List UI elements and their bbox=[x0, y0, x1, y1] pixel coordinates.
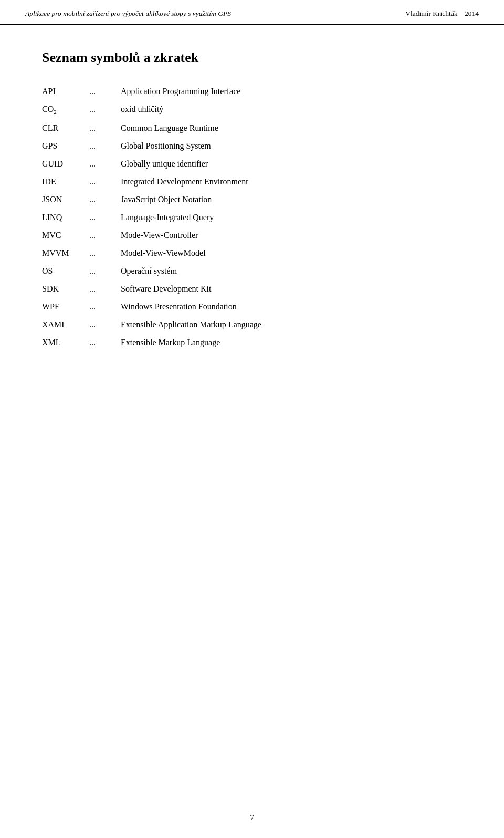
abbr-term: MVC bbox=[42, 226, 89, 244]
abbr-dots: ... bbox=[89, 119, 121, 137]
abbr-definition: Model-View-ViewModel bbox=[121, 244, 462, 262]
abbr-dots: ... bbox=[89, 226, 121, 244]
abbreviation-row: API...Application Programming Interface bbox=[42, 82, 462, 100]
abbr-term: MVVM bbox=[42, 244, 89, 262]
abbr-dots: ... bbox=[89, 209, 121, 226]
abbr-definition: Extensible Markup Language bbox=[121, 334, 462, 351]
abbr-definition: Windows Presentation Foundation bbox=[121, 298, 462, 316]
abbr-term: GUID bbox=[42, 155, 89, 173]
abbreviation-row: JSON...JavaScript Object Notation bbox=[42, 191, 462, 209]
abbr-definition: oxid uhličitý bbox=[121, 100, 462, 119]
abbreviation-row: LINQ...Language-Integrated Query bbox=[42, 209, 462, 226]
abbreviation-row: WPF...Windows Presentation Foundation bbox=[42, 298, 462, 316]
abbr-definition: Operační systém bbox=[121, 262, 462, 280]
abbr-term: CLR bbox=[42, 119, 89, 137]
abbreviation-row: SDK...Software Development Kit bbox=[42, 280, 462, 298]
abbr-dots: ... bbox=[89, 244, 121, 262]
abbr-definition: Mode-View-Controller bbox=[121, 226, 462, 244]
abbr-dots: ... bbox=[89, 173, 121, 191]
abbr-dots: ... bbox=[89, 298, 121, 316]
abbreviation-row: MVVM...Model-View-ViewModel bbox=[42, 244, 462, 262]
page-header: Aplikace pro mobilní zařízení pro výpoče… bbox=[0, 0, 504, 25]
abbreviation-table: API...Application Programming InterfaceC… bbox=[42, 82, 462, 351]
page-footer: 7 bbox=[0, 813, 504, 822]
abbr-definition: Language-Integrated Query bbox=[121, 209, 462, 226]
abbreviation-row: GUID...Globally unique identifier bbox=[42, 155, 462, 173]
header-year: 2014 bbox=[465, 9, 479, 17]
abbreviation-row: CLR...Common Language Runtime bbox=[42, 119, 462, 137]
abbreviation-row: XAML...Extensible Application Markup Lan… bbox=[42, 316, 462, 334]
abbr-term: SDK bbox=[42, 280, 89, 298]
section-title: Seznam symbolů a zkratek bbox=[42, 50, 462, 66]
header-author: Vladimír Krichták bbox=[405, 9, 457, 17]
abbr-dots: ... bbox=[89, 137, 121, 155]
abbr-term: WPF bbox=[42, 298, 89, 316]
abbreviation-row: GPS...Global Positioning System bbox=[42, 137, 462, 155]
abbreviation-row: OS...Operační systém bbox=[42, 262, 462, 280]
abbr-definition: Extensible Application Markup Language bbox=[121, 316, 462, 334]
abbr-term: XML bbox=[42, 334, 89, 351]
abbr-term: GPS bbox=[42, 137, 89, 155]
page-content: Seznam symbolů a zkratek API...Applicati… bbox=[0, 25, 504, 383]
abbr-term: OS bbox=[42, 262, 89, 280]
abbr-term: IDE bbox=[42, 173, 89, 191]
abbr-definition: Software Development Kit bbox=[121, 280, 462, 298]
abbreviation-row: CO2...oxid uhličitý bbox=[42, 100, 462, 119]
abbr-dots: ... bbox=[89, 334, 121, 351]
abbr-dots: ... bbox=[89, 191, 121, 209]
page-number: 7 bbox=[250, 813, 254, 822]
abbreviation-row: IDE...Integrated Development Environment bbox=[42, 173, 462, 191]
abbr-dots: ... bbox=[89, 82, 121, 100]
abbr-dots: ... bbox=[89, 100, 121, 119]
abbr-dots: ... bbox=[89, 316, 121, 334]
abbr-term: LINQ bbox=[42, 209, 89, 226]
abbr-term: JSON bbox=[42, 191, 89, 209]
header-title: Aplikace pro mobilní zařízení pro výpoče… bbox=[25, 9, 231, 18]
abbr-definition: Globally unique identifier bbox=[121, 155, 462, 173]
abbr-definition: Integrated Development Environment bbox=[121, 173, 462, 191]
abbr-term: API bbox=[42, 82, 89, 100]
header-author-year: Vladimír Krichták 2014 bbox=[405, 9, 479, 18]
abbreviation-row: XML...Extensible Markup Language bbox=[42, 334, 462, 351]
abbr-term: XAML bbox=[42, 316, 89, 334]
abbr-dots: ... bbox=[89, 155, 121, 173]
abbr-dots: ... bbox=[89, 280, 121, 298]
abbr-definition: Application Programming Interface bbox=[121, 82, 462, 100]
abbr-dots: ... bbox=[89, 262, 121, 280]
abbr-term: CO2 bbox=[42, 100, 89, 119]
abbreviation-row: MVC...Mode-View-Controller bbox=[42, 226, 462, 244]
abbr-definition: Global Positioning System bbox=[121, 137, 462, 155]
abbr-definition: JavaScript Object Notation bbox=[121, 191, 462, 209]
abbr-definition: Common Language Runtime bbox=[121, 119, 462, 137]
